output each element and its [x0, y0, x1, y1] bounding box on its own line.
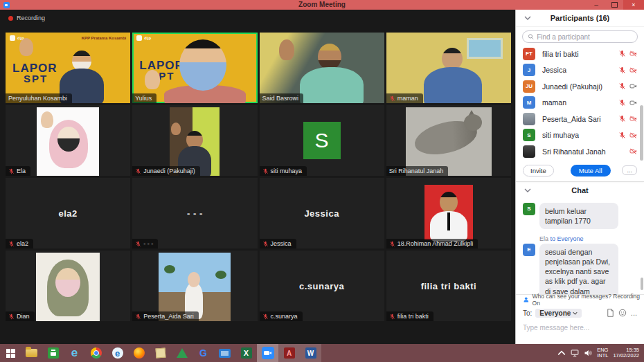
- video-tile[interactable]: S siti muhaya: [260, 105, 384, 176]
- chat-sender-header: Ela to Everyone: [539, 235, 638, 242]
- avatar: [523, 113, 535, 125]
- message-input[interactable]: [523, 324, 637, 332]
- firefox-icon: [134, 347, 145, 359]
- participant-name: Sri Rihanatul Janah: [542, 147, 606, 156]
- video-tile[interactable]: ela2 ela2: [6, 178, 130, 248]
- muted-mic-icon: [389, 241, 395, 247]
- muted-mic-icon: [618, 132, 626, 139]
- tray-chevron-up-icon[interactable]: [557, 349, 566, 357]
- system-tray: ENG INTL 15:35 17/02/2022: [557, 347, 644, 359]
- windows-taskbar: e e G X A W ENG INTL 15:35 17/02/2022: [0, 344, 644, 362]
- window-title: Zoom Meeting: [0, 0, 644, 10]
- meeting-sidebar: Participants (16) FT filia tri bakti J J…: [515, 10, 644, 344]
- taskbar-acrobat[interactable]: A: [278, 344, 300, 362]
- video-tile[interactable]: Said Basrowi: [260, 33, 384, 103]
- muted-mic-icon: [618, 66, 626, 74]
- participants-actions: Invite Mute All ...: [523, 165, 637, 177]
- excel-icon: X: [241, 347, 252, 359]
- video-tile-active-speaker[interactable]: djp LAPOR SPT Yulius: [132, 33, 257, 103]
- taskbar-notes[interactable]: [150, 344, 171, 362]
- mute-all-button[interactable]: Mute All: [571, 165, 611, 177]
- video-off-icon: [629, 66, 637, 74]
- language-indicator[interactable]: ENG INTL: [597, 347, 608, 359]
- tile-name-label: Yulius: [132, 93, 156, 103]
- participant-name: siti muhaya: [542, 131, 579, 139]
- network-icon[interactable]: [571, 349, 579, 357]
- chat-scrollbar[interactable]: [641, 278, 643, 290]
- video-tile[interactable]: - - - - - -: [132, 178, 257, 248]
- participant-row[interactable]: M maman: [516, 95, 644, 111]
- taskbar-excel[interactable]: X: [235, 344, 257, 362]
- video-tile[interactable]: Sri Rihanatul Janah: [386, 105, 511, 176]
- chevron-down-icon[interactable]: [524, 188, 531, 192]
- taskbar-zoom-active[interactable]: [257, 344, 278, 362]
- taskbar-file-explorer[interactable]: [21, 344, 42, 362]
- video-on-icon: [629, 99, 637, 107]
- participant-video: [36, 253, 100, 321]
- speaker-icon[interactable]: [584, 349, 592, 357]
- participants-header: Participants (16): [516, 10, 644, 27]
- notes-icon: [155, 348, 166, 359]
- taskbar-word[interactable]: W: [300, 344, 321, 362]
- taskbar-edge[interactable]: e: [107, 344, 128, 362]
- video-tile[interactable]: maman: [386, 33, 511, 103]
- video-off-icon: [629, 147, 637, 155]
- start-button[interactable]: [0, 344, 21, 362]
- avatar: S: [523, 129, 535, 141]
- more-options-button[interactable]: ...: [622, 165, 637, 175]
- emoji-icon[interactable]: [618, 309, 627, 317]
- tile-display-name: - - -: [132, 178, 257, 248]
- edge-icon: e: [112, 347, 123, 359]
- chat-more-button[interactable]: ...: [631, 309, 637, 317]
- video-tile[interactable]: Ela: [6, 105, 130, 176]
- muted-mic-icon: [8, 314, 15, 320]
- search-input[interactable]: [537, 33, 632, 41]
- invite-button[interactable]: Invite: [523, 165, 554, 177]
- video-tile[interactable]: c.sunarya c.sunarya: [260, 251, 384, 321]
- participant-row[interactable]: JU Junaedi (Pakuhaji): [516, 78, 644, 95]
- zoom-icon: [262, 347, 274, 359]
- avatar: FT: [523, 48, 535, 60]
- video-tile[interactable]: 18.Rohiman Ahmad Zulkipli: [386, 178, 511, 248]
- taskbar-microsoft-store[interactable]: [42, 344, 64, 362]
- video-tile[interactable]: filia tri bakti filia tri bakti: [386, 251, 511, 321]
- chat-messages: siti muhaya to Everyone S belum keluar t…: [516, 199, 644, 294]
- participant-name: Jessica: [542, 66, 566, 74]
- maximize-button[interactable]: [605, 0, 623, 10]
- video-tile[interactable]: Jessica Jessica: [260, 178, 384, 248]
- minimize-button[interactable]: –: [587, 0, 605, 10]
- picture-frame: [467, 38, 503, 59]
- taskbar-remote-desktop[interactable]: [214, 344, 235, 362]
- avatar: JU: [523, 80, 535, 93]
- tile-name-label: Peserta_Aida Sari: [132, 311, 199, 321]
- chevron-down-icon: [573, 311, 578, 315]
- video-tile[interactable]: djp KPP Pratama Kosambi LAPOR SPT Penyul…: [6, 33, 130, 103]
- close-button[interactable]: ×: [623, 0, 644, 10]
- participant-name: filia tri bakti: [542, 50, 579, 58]
- participant-row[interactable]: S siti muhaya: [516, 127, 644, 144]
- video-tile[interactable]: Dian: [6, 251, 130, 321]
- participant-name: Peserta_Aida Sari: [542, 115, 601, 123]
- chat-bubble: belum keluar tampilan 1770: [539, 203, 618, 229]
- taskbar-drive[interactable]: [171, 344, 193, 362]
- participant-row[interactable]: Peserta_Aida Sari: [516, 111, 644, 127]
- recording-dot-icon: [8, 16, 13, 21]
- taskbar-internet-explorer[interactable]: e: [64, 344, 85, 362]
- taskbar-google[interactable]: G: [193, 344, 214, 362]
- taskbar-firefox[interactable]: [128, 344, 150, 362]
- participant-search[interactable]: [522, 30, 638, 43]
- muted-mic-icon: [389, 314, 395, 320]
- participant-row[interactable]: FT filia tri bakti: [516, 46, 644, 62]
- file-attach-icon[interactable]: [607, 309, 614, 317]
- participant-row[interactable]: Sri Rihanatul Janah: [516, 143, 644, 160]
- video-tile[interactable]: Junaedi (Pakuhaji): [132, 105, 257, 176]
- chevron-down-icon[interactable]: [524, 16, 531, 20]
- tile-name-label: c.sunarya: [260, 311, 303, 321]
- participant-row[interactable]: J Jessica: [516, 62, 644, 79]
- participants-scrollbar[interactable]: [640, 105, 643, 161]
- clock[interactable]: 15:35 17/02/2022: [613, 347, 639, 359]
- taskbar-chrome[interactable]: [85, 344, 107, 362]
- video-tile[interactable]: Peserta_Aida Sari: [132, 251, 257, 321]
- initial-avatar: S: [303, 122, 341, 159]
- recipient-dropdown[interactable]: Everyone: [535, 309, 582, 318]
